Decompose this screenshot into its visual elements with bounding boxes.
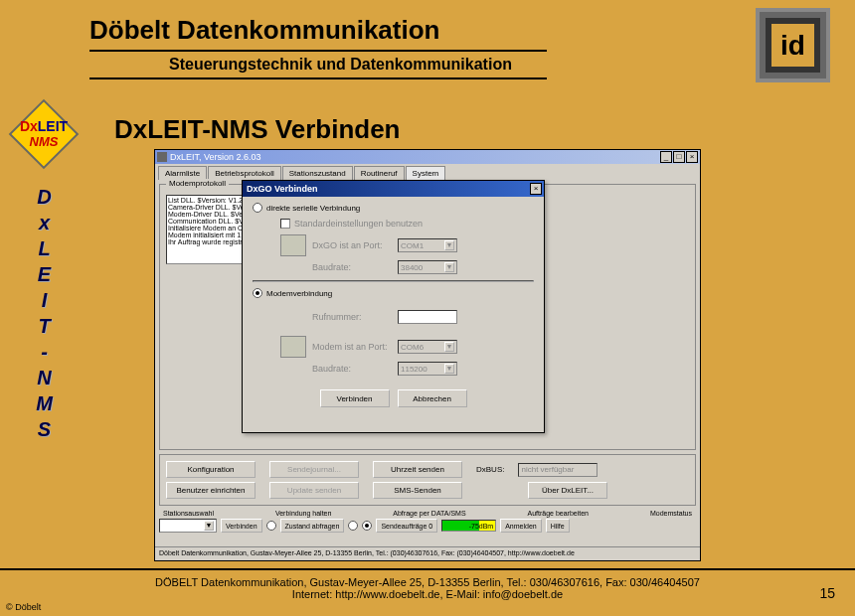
tab-stationszustand[interactable]: Stationszustand	[282, 166, 353, 180]
dialog-cancel-button[interactable]: Abbrechen	[398, 389, 467, 407]
dialog-close-button[interactable]: ×	[530, 183, 542, 195]
status-labels-row: Stationsauswahl Verbindung halten Abfrag…	[155, 510, 700, 517]
radio-modem[interactable]: Modemverbindung	[253, 288, 534, 298]
about-button[interactable]: Über DxLEIT...	[528, 482, 607, 499]
header-subtitle: Steuerungstechnik und Datenkommunikation	[89, 56, 547, 79]
checkbox-default-settings	[280, 219, 290, 229]
header-title: Döbelt Datenkommunikation	[89, 15, 547, 52]
direct-baud-combo: 38400▼	[398, 260, 457, 274]
modem-baud-combo[interactable]: 115200▼	[398, 362, 457, 376]
copyright: © Döbelt	[6, 602, 41, 612]
connhalt-radio[interactable]	[266, 521, 276, 531]
tab-betriebsprotokoll[interactable]: Betriebsprotokoll	[208, 166, 281, 180]
app-icon	[157, 152, 167, 162]
config-button[interactable]: Konfiguration	[166, 461, 256, 478]
tab-bar: Alarmliste Betriebsprotokoll Stationszus…	[155, 164, 700, 180]
close-button[interactable]: ×	[686, 151, 698, 163]
slide-header: Döbelt Datenkommunikation Steuerungstech…	[0, 0, 855, 84]
tab-routineruf[interactable]: Routineruf	[354, 166, 405, 180]
sidebar: DxLEIT NMS D x L E I T - N M S	[2, 104, 86, 442]
dxgo-verbinden-dialog: DxGO Verbinden × direkte serielle Verbin…	[242, 180, 545, 433]
maximize-button[interactable]: □	[673, 151, 685, 163]
slide-footer: DÖBELT Datenkommunikation, Gustav-Meyer-…	[0, 568, 855, 616]
modem-icon	[280, 336, 306, 358]
poll-radio-1[interactable]	[348, 521, 358, 531]
app-window: DxLEIT, Version 2.6.03 _ □ × Alarmliste …	[154, 149, 701, 561]
users-button[interactable]: Benutzer einrichten	[166, 482, 256, 499]
phone-number-input[interactable]	[398, 310, 457, 324]
sendtime-button[interactable]: Uhrzeit senden	[373, 461, 462, 478]
footer-line2: Internet: http://www.doebelt.de, E-Mail:…	[0, 588, 855, 600]
modem-signal-status: -75dBm	[441, 520, 496, 532]
company-logo: id	[756, 8, 830, 82]
sendjournal-button[interactable]: Sendejournal...	[269, 461, 359, 478]
sidebar-letters: D x L E I T - N M S	[2, 184, 86, 442]
window-title: DxLEIT, Version 2.6.03	[170, 152, 659, 162]
status-controls-row: ▼ Verbinden Zustand abfragen Sendeaufträ…	[155, 517, 700, 535]
minimize-button[interactable]: _	[660, 151, 672, 163]
dxleit-logo: DxLEIT NMS	[6, 104, 82, 164]
dialog-titlebar[interactable]: DxGO Verbinden ×	[243, 181, 544, 197]
page-title: DxLEIT-NMS Verbinden	[114, 114, 401, 145]
dxbus-status: nicht verfügbar	[518, 463, 598, 477]
direct-port-combo: COM1▼	[398, 238, 457, 252]
zustand-button[interactable]: Zustand abfragen	[280, 519, 345, 533]
station-combo[interactable]: ▼	[159, 519, 217, 533]
serial-icon	[280, 234, 306, 256]
footer-line1: DÖBELT Datenkommunikation, Gustav-Meyer-…	[0, 576, 855, 588]
page-number: 15	[819, 585, 835, 601]
tab-system[interactable]: System	[406, 166, 446, 180]
sendeauftraege-button[interactable]: Sendeaufträge 0	[376, 519, 437, 533]
modem-port-combo[interactable]: COM6▼	[398, 340, 457, 354]
command-buttons-group: Konfiguration Sendejournal... Uhrzeit se…	[159, 454, 696, 506]
sms-button[interactable]: SMS-Senden	[373, 482, 462, 499]
dialog-connect-button[interactable]: Verbinden	[320, 389, 390, 407]
window-statusbar: Döbelt Datenkommunikation, Gustav-Meyer-…	[155, 546, 700, 560]
verbinden-button[interactable]: Verbinden	[221, 519, 262, 533]
anmelden-button[interactable]: Anmelden	[500, 519, 542, 533]
poll-radio-2[interactable]	[362, 521, 372, 531]
window-titlebar[interactable]: DxLEIT, Version 2.6.03 _ □ ×	[155, 150, 700, 164]
hilfe-button[interactable]: Hilfe	[546, 519, 570, 533]
logo-text: id	[766, 18, 820, 73]
radio-direct-serial[interactable]: direkte serielle Verbindung	[253, 203, 534, 213]
update-button[interactable]: Update senden	[269, 482, 359, 499]
tab-alarmliste[interactable]: Alarmliste	[158, 166, 207, 180]
